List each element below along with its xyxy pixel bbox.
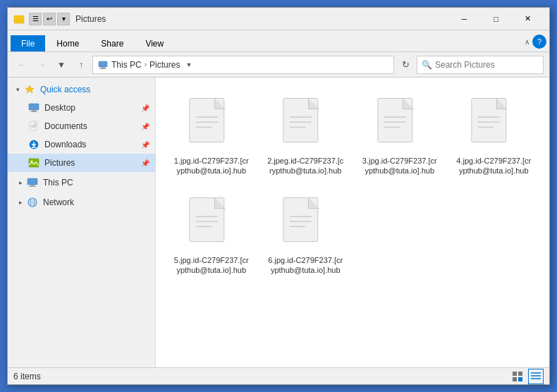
- pictures-pin-icon: 📌: [141, 159, 149, 167]
- file-item-3[interactable]: 4.jpg.id-C279F237.[crypthub@tuta.io].hub: [450, 89, 539, 183]
- sidebar-pictures-label: Pictures: [44, 158, 75, 168]
- svg-rect-2: [14, 17, 24, 18]
- quick-access-section: ▾ Quick access Desktop 📌: [8, 80, 155, 172]
- file-icon-4: [183, 195, 240, 251]
- quick-access-label: Quick access: [40, 85, 90, 94]
- quick-access-icon: [23, 83, 36, 96]
- search-icon: 🔍: [422, 60, 432, 70]
- file-name-3: 4.jpg.id-C279F237.[crypthub@tuta.io].hub: [455, 156, 532, 176]
- svg-rect-51: [513, 377, 517, 381]
- quick-access-toolbar: ☰ ↩ ▾: [29, 13, 70, 25]
- file-item-4[interactable]: 5.jpg.id-C279F237.[crypthub@tuta.io].hub: [167, 188, 256, 282]
- svg-rect-3: [99, 61, 107, 67]
- path-this-pc[interactable]: This PC: [111, 60, 142, 70]
- svg-rect-7: [29, 104, 39, 110]
- file-name-5: 6.jpg.id-C279F237.[crypthub@tuta.io].hub: [267, 255, 344, 276]
- network-expand: ▸: [16, 199, 25, 206]
- svg-rect-52: [518, 377, 522, 381]
- ribbon-help-area: ∧ ?: [525, 35, 546, 51]
- ribbon: File Home Share View ∧ ?: [8, 30, 549, 52]
- file-icon-1: [277, 95, 333, 152]
- sidebar-this-pc-label: This PC: [43, 178, 73, 188]
- address-path-bar[interactable]: This PC › Pictures ▼: [92, 56, 394, 74]
- tab-share[interactable]: Share: [90, 35, 134, 51]
- item-count: 6 items: [13, 372, 41, 381]
- sidebar-quick-access[interactable]: ▾ Quick access: [8, 80, 155, 99]
- network-section: ▸ Network: [8, 193, 155, 212]
- downloads-pin-icon: 📌: [141, 141, 149, 149]
- window-title: Pictures: [73, 14, 448, 24]
- sidebar: ▾ Quick access Desktop 📌: [8, 78, 156, 367]
- path-dropdown-button[interactable]: ▼: [185, 61, 192, 68]
- this-pc-sidebar-icon: [26, 176, 39, 189]
- path-pictures[interactable]: Pictures: [149, 60, 180, 70]
- svg-rect-49: [513, 372, 517, 376]
- file-item-2[interactable]: 3.jpg.id-C279F237.[crypthub@tuta.io].hub: [355, 89, 444, 183]
- maximize-button[interactable]: □: [480, 8, 512, 30]
- window-icon: [13, 13, 26, 25]
- svg-rect-8: [32, 110, 36, 111]
- status-bar: 6 items: [8, 367, 549, 384]
- window-controls: ─ □ ✕: [448, 8, 544, 30]
- file-grid: 1.jpg.id-C279F237.[crypthub@tuta.io].hub…: [156, 78, 549, 367]
- pictures-icon: [27, 157, 40, 169]
- svg-marker-6: [25, 85, 34, 93]
- desktop-pin-icon: 📌: [141, 104, 149, 112]
- ribbon-collapse-button[interactable]: ∧: [525, 38, 530, 46]
- sidebar-this-pc[interactable]: ▸ This PC: [8, 173, 155, 192]
- tab-home[interactable]: Home: [46, 35, 90, 51]
- documents-icon: [27, 120, 40, 133]
- file-name-2: 3.jpg.id-C279F237.[crypthub@tuta.io].hub: [361, 156, 439, 176]
- file-item-5[interactable]: 6.jpg.id-C279F237.[crypthub@tuta.io].hub: [262, 188, 350, 282]
- close-button[interactable]: ✕: [512, 8, 544, 30]
- path-sep-1: ›: [145, 61, 147, 68]
- sidebar-item-downloads[interactable]: Downloads 📌: [8, 135, 155, 154]
- file-icon-2: [372, 95, 428, 152]
- sidebar-desktop-label: Desktop: [44, 103, 75, 113]
- file-icon-0: [183, 95, 240, 152]
- svg-rect-50: [518, 372, 522, 376]
- explorer-window: ☰ ↩ ▾ Pictures ─ □ ✕ File Home Share Vie…: [7, 7, 550, 385]
- tab-file[interactable]: File: [11, 35, 45, 51]
- details-view-button[interactable]: [528, 369, 544, 384]
- svg-rect-9: [30, 111, 37, 112]
- desktop-icon: [27, 102, 40, 114]
- sidebar-documents-label: Documents: [44, 121, 87, 131]
- svg-rect-19: [29, 186, 36, 187]
- refresh-button[interactable]: ↻: [397, 56, 414, 73]
- qat-customize[interactable]: ▾: [57, 13, 70, 25]
- up-button[interactable]: ↑: [73, 56, 90, 73]
- sidebar-network-label: Network: [43, 197, 74, 207]
- documents-pin-icon: 📌: [141, 123, 149, 130]
- minimize-button[interactable]: ─: [448, 8, 480, 30]
- search-input[interactable]: [435, 60, 539, 70]
- sidebar-item-documents[interactable]: Documents 📌: [8, 117, 155, 135]
- svg-rect-15: [29, 159, 39, 167]
- recent-locations-button[interactable]: ▼: [53, 56, 70, 73]
- sidebar-item-pictures[interactable]: Pictures 📌: [8, 154, 155, 172]
- this-pc-expand: ▸: [16, 179, 25, 186]
- qat-undo[interactable]: ↩: [43, 13, 56, 25]
- this-pc-section: ▸ This PC: [8, 173, 155, 192]
- file-item-0[interactable]: 1.jpg.id-C279F237.[crypthub@tuta.io].hub: [167, 89, 256, 183]
- file-name-4: 5.jpg.id-C279F237.[crypthub@tuta.io].hub: [173, 255, 250, 276]
- forward-button[interactable]: →: [33, 56, 50, 73]
- qat-properties[interactable]: ☰: [29, 13, 42, 25]
- view-controls: [510, 369, 544, 384]
- sidebar-network[interactable]: ▸ Network: [8, 193, 155, 212]
- large-icon-view-button[interactable]: [510, 369, 525, 384]
- svg-rect-18: [30, 185, 35, 186]
- svg-rect-5: [99, 68, 106, 69]
- file-item-1[interactable]: 2.jpeg.id-C279F237.[crypthub@tuta.io].hu…: [262, 89, 350, 183]
- back-button[interactable]: ←: [13, 56, 30, 73]
- title-bar: ☰ ↩ ▾ Pictures ─ □ ✕: [8, 8, 549, 30]
- tab-view[interactable]: View: [135, 35, 174, 51]
- main-layout: ▾ Quick access Desktop 📌: [8, 78, 549, 367]
- search-box[interactable]: 🔍: [417, 56, 544, 74]
- content-area: 1.jpg.id-C279F237.[crypthub@tuta.io].hub…: [156, 78, 549, 367]
- downloads-icon: [27, 138, 40, 151]
- sidebar-item-desktop[interactable]: Desktop 📌: [8, 99, 155, 117]
- help-button[interactable]: ?: [532, 35, 546, 49]
- file-icon-3: [465, 95, 522, 152]
- file-name-1: 2.jpeg.id-C279F237.[crypthub@tuta.io].hu…: [267, 156, 344, 176]
